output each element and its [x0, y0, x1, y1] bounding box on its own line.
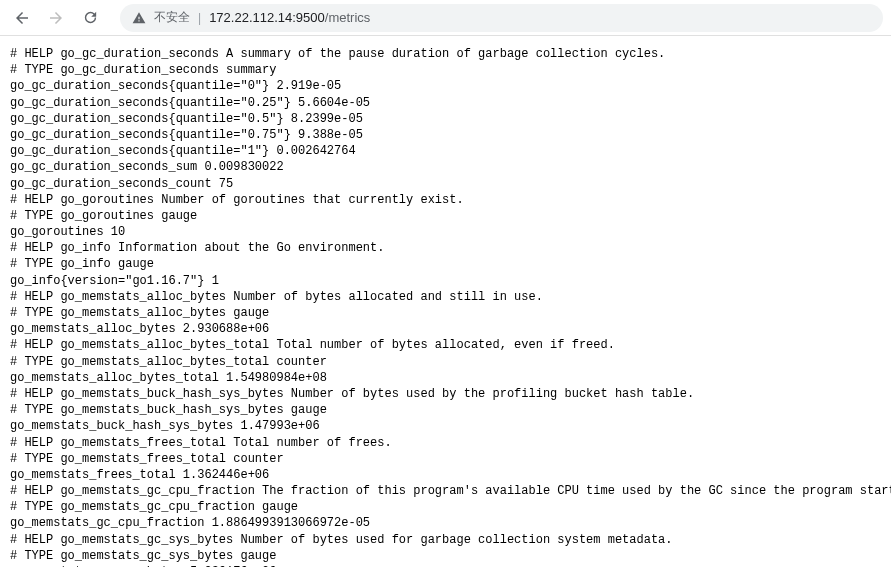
browser-toolbar: 不安全 | 172.22.112.14:9500/metrics [0, 0, 891, 36]
insecure-icon [132, 11, 146, 25]
forward-button[interactable] [42, 4, 70, 32]
security-label: 不安全 [154, 9, 190, 26]
url-path: /metrics [325, 10, 371, 25]
reload-icon [82, 9, 99, 26]
arrow-left-icon [13, 9, 31, 27]
back-button[interactable] [8, 4, 36, 32]
url-host: 172.22.112.14:9500 [209, 10, 325, 25]
address-bar[interactable]: 不安全 | 172.22.112.14:9500/metrics [120, 4, 883, 32]
address-divider: | [198, 11, 201, 25]
metrics-output: # HELP go_gc_duration_seconds A summary … [0, 36, 891, 567]
url-text: 172.22.112.14:9500/metrics [209, 10, 370, 25]
reload-button[interactable] [76, 4, 104, 32]
arrow-right-icon [47, 9, 65, 27]
